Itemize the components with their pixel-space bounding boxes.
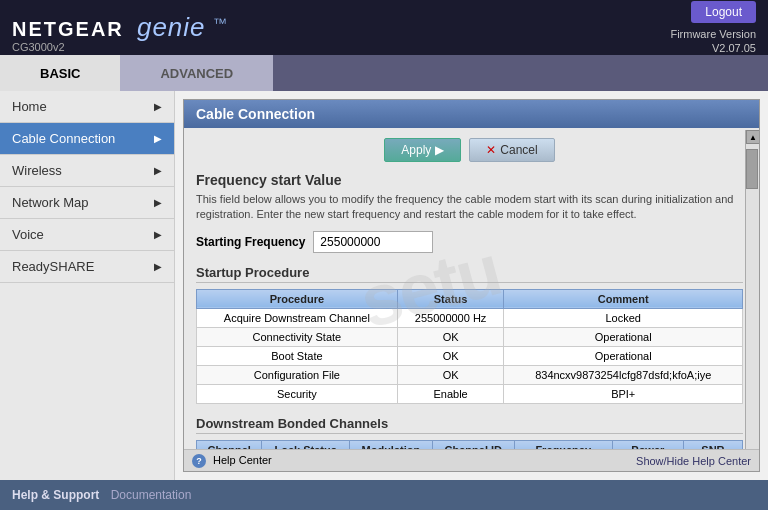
sidebar-item-voice[interactable]: Voice ▶ xyxy=(0,219,174,251)
footer: Help & Support Documentation xyxy=(0,480,768,510)
sidebar-item-label: Home xyxy=(12,99,47,114)
help-support-label: Help & Support xyxy=(12,488,99,502)
help-bar: ? Help Center Show/Hide Help Center xyxy=(184,449,759,471)
model-label: CG3000v2 xyxy=(12,41,65,53)
sidebar-item-label: Network Map xyxy=(12,195,89,210)
help-icon: ? xyxy=(192,454,206,468)
sidebar-item-readyshare[interactable]: ReadySHARE ▶ xyxy=(0,251,174,283)
startup-table: Procedure Status Comment Acquire Downstr… xyxy=(196,289,743,404)
scrollbar[interactable]: ▲ ▼ xyxy=(745,130,759,471)
table-row: Configuration FileOK834ncxv9873254lcfg87… xyxy=(197,365,743,384)
startup-col-comment: Comment xyxy=(504,289,743,308)
startup-col-procedure: Procedure xyxy=(197,289,398,308)
arrow-icon: ▶ xyxy=(154,261,162,272)
action-buttons: Apply ▶ ✕ Cancel xyxy=(196,138,743,162)
help-center-label: Help Center xyxy=(213,454,272,466)
arrow-icon: ▶ xyxy=(154,165,162,176)
sidebar: Home ▶ Cable Connection ▶ Wireless ▶ Net… xyxy=(0,91,175,480)
freq-input[interactable] xyxy=(313,231,433,253)
scroll-track xyxy=(746,144,759,457)
sidebar-item-network-map[interactable]: Network Map ▶ xyxy=(0,187,174,219)
firmware-version: V2.07.05 xyxy=(712,42,756,54)
table-row: SecurityEnableBPI+ xyxy=(197,384,743,403)
show-hide-help-button[interactable]: Show/Hide Help Center xyxy=(636,455,751,467)
apply-button[interactable]: Apply ▶ xyxy=(384,138,461,162)
netgear-logo: NETGEAR genie ™ xyxy=(12,12,228,43)
downstream-title: Downstream Bonded Channels xyxy=(196,416,743,434)
sidebar-item-label: ReadySHARE xyxy=(12,259,94,274)
table-row: Boot StateOKOperational xyxy=(197,346,743,365)
arrow-icon: ▶ xyxy=(154,197,162,208)
cancel-button[interactable]: ✕ Cancel xyxy=(469,138,554,162)
scroll-thumb[interactable] xyxy=(746,149,758,189)
tab-advanced[interactable]: ADVANCED xyxy=(120,55,273,91)
scroll-up-button[interactable]: ▲ xyxy=(746,130,760,144)
sidebar-item-label: Wireless xyxy=(12,163,62,178)
arrow-icon: ▶ xyxy=(154,229,162,240)
sidebar-item-wireless[interactable]: Wireless ▶ xyxy=(0,155,174,187)
sidebar-item-label: Voice xyxy=(12,227,44,242)
table-row: Acquire Downstream Channel255000000 HzLo… xyxy=(197,308,743,327)
arrow-icon: ▶ xyxy=(154,101,162,112)
startup-title: Startup Procedure xyxy=(196,265,743,283)
freq-section-title: Frequency start Value xyxy=(196,172,743,188)
sidebar-item-home[interactable]: Home ▶ xyxy=(0,91,174,123)
logout-button[interactable]: Logout xyxy=(691,1,756,23)
startup-col-status: Status xyxy=(397,289,504,308)
firmware-label: Firmware Version xyxy=(670,28,756,40)
header-right: Logout Firmware Version V2.07.05 xyxy=(670,1,756,55)
freq-description: This field below allows you to modify th… xyxy=(196,192,743,223)
panel-title: Cable Connection xyxy=(184,100,759,128)
tab-basic[interactable]: BASIC xyxy=(0,55,120,91)
sidebar-item-label: Cable Connection xyxy=(12,131,115,146)
arrow-icon: ▶ xyxy=(154,133,162,144)
sidebar-item-cable-connection[interactable]: Cable Connection ▶ xyxy=(0,123,174,155)
documentation-link[interactable]: Documentation xyxy=(111,488,192,502)
table-row: Connectivity StateOKOperational xyxy=(197,327,743,346)
freq-field-label: Starting Frequency xyxy=(196,235,305,249)
